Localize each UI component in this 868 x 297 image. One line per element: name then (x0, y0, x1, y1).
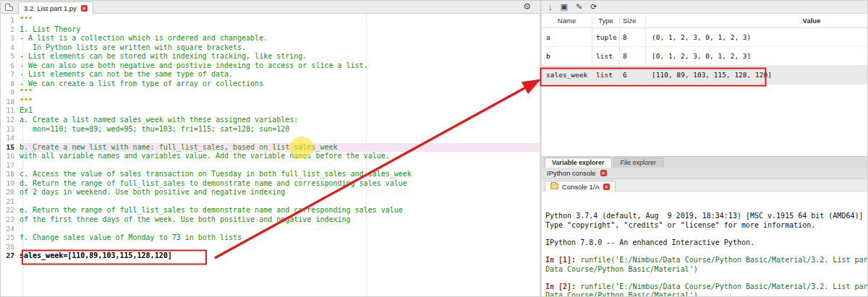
pane-tab-variable-explorer[interactable]: Variable explorer (545, 158, 612, 168)
editor-line[interactable]: 10""" (1, 98, 540, 107)
editor-line[interactable]: 26 (1, 243, 540, 252)
line-number: 26 (1, 243, 20, 252)
variable-row[interactable]: blist8[0, 1, 2, 3, 0, 1, 2, 3] (542, 47, 868, 66)
variable-size-cell: 8 (620, 47, 646, 65)
refresh-icon[interactable]: ⟳ (590, 2, 597, 12)
editor-line[interactable]: 8- We can create a list from type of arr… (1, 79, 540, 89)
line-text: with all variable names and variables va… (20, 152, 540, 161)
editor-line[interactable]: 1""" (1, 16, 540, 25)
editor-line[interactable]: 25f. Change sales value of Monday to 73 … (1, 233, 540, 243)
editor-line[interactable]: 6- We can also use both negative and pos… (1, 61, 540, 71)
header-value[interactable]: Value (646, 17, 868, 25)
editor-tab[interactable]: 3.2. List part 1.py × (18, 1, 93, 14)
editor-line[interactable]: 9""" (1, 88, 540, 98)
editor-line[interactable]: 27sales_week=[110,89,103,115,128,120] (1, 251, 540, 261)
console-tab-label: Console 1/A (562, 183, 600, 191)
variable-rows: atuple8(0, 1, 2, 3, 0, 1, 2, 3)blist8[0,… (542, 28, 868, 85)
line-text: f. Change sales value of Monday to 73 in… (20, 233, 540, 243)
editor-line[interactable]: 24 (1, 225, 540, 234)
line-text: c. Access the value of sales transaction… (20, 170, 540, 179)
editor-line[interactable]: 11Ex1 (1, 106, 540, 116)
console-text-segment: IPython 7.8.0 -- An enhanced Interactive… (545, 238, 754, 246)
editor-line[interactable]: 18c. Access the value of sales transacti… (1, 170, 540, 179)
editor-line[interactable]: 17 (1, 161, 540, 171)
save-data-icon[interactable]: ▣ (561, 2, 568, 12)
console-line: Data Course/Python Basic/Material') (545, 265, 865, 274)
tab-close-icon[interactable]: × (81, 5, 88, 12)
line-number: 27 (1, 251, 20, 261)
editor-line[interactable]: 16with all variable names and variables … (1, 152, 540, 161)
line-text (20, 161, 540, 171)
console-tab-close-icon[interactable]: × (603, 184, 610, 190)
line-number: 18 (1, 170, 20, 179)
console-line (545, 247, 865, 256)
console-text-segment: Data Course/Python Basic/Material') (545, 291, 698, 297)
edit-data-icon[interactable]: ✎ (576, 2, 582, 12)
console-tabbar: Console 1/A × (542, 179, 868, 191)
line-text (20, 197, 540, 207)
console-pane-close-icon[interactable]: × (600, 170, 607, 176)
variable-type-cell: list (592, 66, 620, 84)
variable-row[interactable]: sales_weeklist6[110, 89, 103, 115, 128, … (542, 66, 868, 85)
console-tab[interactable]: Console 1/A × (545, 181, 616, 192)
editor-line[interactable]: 5- List elements can be stored with inde… (1, 52, 540, 61)
line-number: 9 (1, 88, 20, 98)
editor-line[interactable]: 15b. Create a new list with name: full_l… (1, 143, 540, 152)
line-number: 11 (1, 106, 20, 116)
editor-line[interactable]: 21. List Theory (1, 25, 540, 35)
line-number: 6 (1, 61, 20, 71)
line-text: """ (20, 98, 540, 107)
line-text: a. Create a list named sales_week with t… (20, 116, 540, 125)
line-text: d. Return the range of full_list_sales t… (20, 179, 540, 189)
editor-line[interactable]: 21 (1, 197, 540, 207)
line-number: 2 (1, 25, 20, 35)
line-text (20, 225, 540, 234)
line-number: 20 (1, 188, 20, 197)
file-icon (5, 4, 13, 11)
editor-line[interactable]: 14 (1, 134, 540, 143)
line-text (20, 243, 540, 252)
console-text-segment: In [1]: (545, 256, 580, 264)
console-line: IPython 7.8.0 -- An enhanced Interactive… (545, 238, 865, 247)
console-pane-title: IPython console × (542, 168, 868, 179)
console-output: Python 3.7.4 (default, Aug 9 2019, 18:34… (545, 212, 865, 297)
console-text-segment: Data Course/Python Basic/Material') (545, 265, 698, 273)
header-name[interactable]: Name (542, 17, 592, 25)
gear-icon[interactable]: ⚙ (523, 1, 531, 12)
editor-line[interactable]: 3- A list is a collection which is order… (1, 34, 540, 43)
pane-tab-file-explorer[interactable]: File explorer (613, 158, 664, 168)
line-number: 24 (1, 225, 20, 234)
line-number: 13 (1, 125, 20, 134)
editor-line[interactable]: 7- List elements can not be the same typ… (1, 70, 540, 79)
variable-type-cell: list (592, 47, 620, 65)
line-number: 17 (1, 161, 20, 171)
variable-type-cell: tuple (592, 28, 620, 46)
variable-value-cell: (0, 1, 2, 3, 0, 1, 2, 3) (646, 33, 868, 41)
variable-size-cell: 6 (620, 66, 646, 84)
editor-tab-label: 3.2. List part 1.py (24, 4, 77, 12)
header-type[interactable]: Type (592, 17, 620, 25)
console-line: In [2]: runfile('E:/Nimbus/Data Course/P… (545, 283, 865, 291)
editor-line[interactable]: 23of the first three days of the week. U… (1, 215, 540, 225)
right-pane: ↓▣✎⟳ Name Type Size Value atuple8(0, 1, … (542, 1, 868, 297)
console-line: Type "copyright", "credits" or "license"… (545, 221, 865, 230)
variable-size-cell: 8 (620, 28, 646, 46)
editor-line[interactable]: 4 In Python lists are written with squar… (1, 43, 540, 53)
editor-line[interactable]: 19d. Return the range of full_list_sales… (1, 179, 540, 189)
line-text: - We can also use both negative and post… (20, 61, 540, 71)
import-data-icon[interactable]: ↓ (548, 3, 553, 12)
variable-name-cell: b (542, 47, 592, 65)
editor-line[interactable]: 22e. Return the range of full_list_sales… (1, 206, 540, 215)
line-number: 25 (1, 233, 20, 243)
line-number: 5 (1, 52, 20, 61)
line-number: 8 (1, 79, 20, 89)
editor-line[interactable]: 12a. Create a list named sales_week with… (1, 116, 540, 125)
variable-row[interactable]: atuple8(0, 1, 2, 3, 0, 1, 2, 3) (542, 28, 868, 47)
ipython-console[interactable]: Python 3.7.4 (default, Aug 9 2019, 18:34… (542, 191, 868, 297)
line-text: """ (20, 16, 540, 25)
header-size[interactable]: Size (620, 17, 646, 25)
editor-line[interactable]: 20of 2 days in weekend. Use both positiv… (1, 188, 540, 197)
line-number: 19 (1, 179, 20, 189)
code-editor[interactable]: 1"""21. List Theory3- A list is a collec… (1, 14, 540, 297)
editor-line[interactable]: 13 mon=110; tue=89; wed=95; thu=103; fri… (1, 125, 540, 134)
